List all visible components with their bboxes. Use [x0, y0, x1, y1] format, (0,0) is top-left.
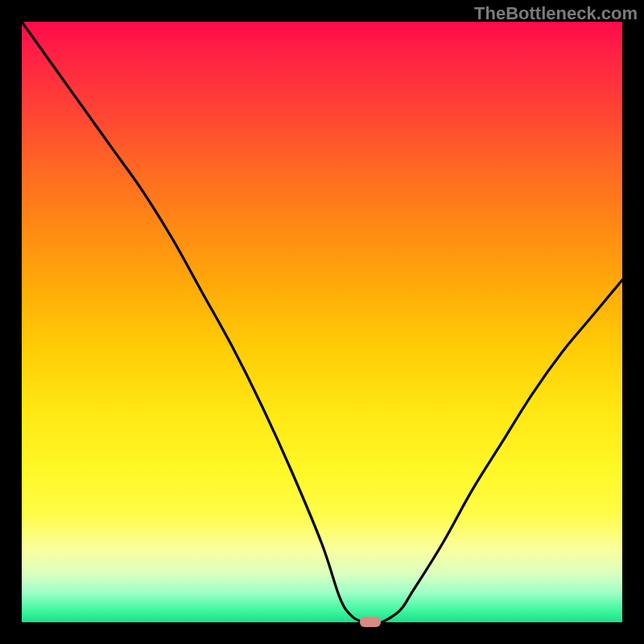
bottleneck-curve — [22, 22, 622, 622]
optimal-marker — [360, 617, 381, 627]
bottleneck-chart: TheBottleneck.com — [0, 0, 644, 644]
curve-path — [22, 22, 622, 622]
watermark-text: TheBottleneck.com — [474, 3, 638, 24]
plot-area — [22, 22, 622, 622]
